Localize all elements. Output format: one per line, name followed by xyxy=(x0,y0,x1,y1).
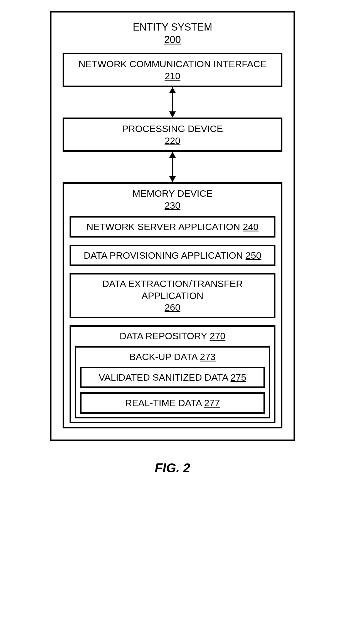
repo-label: DATA REPOSITORY xyxy=(120,331,207,341)
dpa-ref: 250 xyxy=(246,250,262,261)
backup-data-box: BACK-UP DATA 273 VALIDATED SANITIZED DAT… xyxy=(75,346,270,418)
real-time-data-box: REAL-TIME DATA 277 xyxy=(80,392,265,414)
svg-marker-5 xyxy=(169,176,176,182)
rtd-ref: 277 xyxy=(204,398,220,408)
deta-ref: 260 xyxy=(165,302,181,313)
proc-label: PROCESSING DEVICE xyxy=(70,123,275,135)
entity-system-ref: 200 xyxy=(164,34,181,45)
vsd-label: VALIDATED SANITIZED DATA xyxy=(99,372,228,383)
repo-ref: 270 xyxy=(210,331,226,341)
deta-label: DATA EXTRACTION/TRANSFER APPLICATION xyxy=(75,278,270,301)
network-communication-interface-box: NETWORK COMMUNICATION INTERFACE 210 xyxy=(63,53,282,87)
data-extraction-transfer-application-box: DATA EXTRACTION/TRANSFER APPLICATION 260 xyxy=(70,273,275,318)
backup-ref: 273 xyxy=(200,351,216,362)
rtd-label: REAL-TIME DATA xyxy=(125,398,202,408)
dpa-label: DATA PROVISIONING APPLICATION xyxy=(84,250,243,261)
connector-arrow-icon xyxy=(63,87,282,118)
nsa-ref: 240 xyxy=(243,221,259,232)
connector-arrow-icon xyxy=(63,152,282,182)
vsd-ref: 275 xyxy=(230,372,246,383)
validated-sanitized-data-box: VALIDATED SANITIZED DATA 275 xyxy=(80,367,265,388)
nsa-label: NETWORK SERVER APPLICATION xyxy=(87,221,240,232)
data-repository-box: DATA REPOSITORY 270 BACK-UP DATA 273 VAL… xyxy=(70,325,275,423)
svg-marker-4 xyxy=(169,152,176,158)
svg-marker-1 xyxy=(169,87,176,93)
entity-system-label: ENTITY SYSTEM xyxy=(133,21,212,33)
backup-label: BACK-UP DATA xyxy=(129,351,197,362)
mem-ref: 230 xyxy=(165,200,181,211)
memory-device-box: MEMORY DEVICE 230 NETWORK SERVER APPLICA… xyxy=(63,182,282,428)
data-provisioning-application-box: DATA PROVISIONING APPLICATION 250 xyxy=(70,245,275,266)
svg-marker-2 xyxy=(169,111,176,118)
mem-label: MEMORY DEVICE xyxy=(70,188,275,199)
nci-label: NETWORK COMMUNICATION INTERFACE xyxy=(70,58,275,70)
entity-system-box: ENTITY SYSTEM 200 NETWORK COMMUNICATION … xyxy=(50,11,295,441)
nci-ref: 210 xyxy=(165,71,181,81)
network-server-application-box: NETWORK SERVER APPLICATION 240 xyxy=(70,216,275,238)
entity-system-title: ENTITY SYSTEM 200 xyxy=(63,21,282,46)
processing-device-box: PROCESSING DEVICE 220 xyxy=(63,118,282,152)
proc-ref: 220 xyxy=(165,135,181,146)
figure-caption: FIG. 2 xyxy=(155,460,190,475)
